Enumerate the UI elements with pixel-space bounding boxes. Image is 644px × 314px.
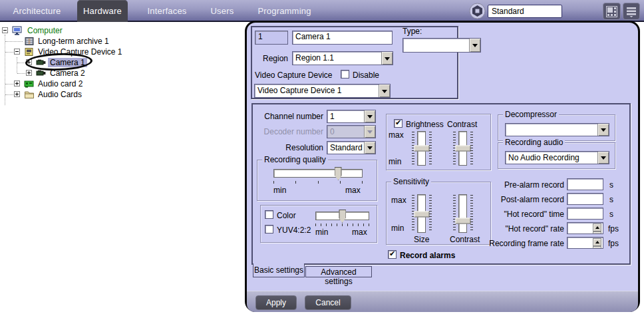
contrast-slider[interactable] bbox=[458, 131, 467, 166]
chevron-down-icon[interactable] bbox=[379, 84, 390, 97]
vcd-select[interactable]: Video Capture Device 1 bbox=[254, 84, 391, 98]
min-label: min bbox=[389, 157, 401, 166]
recording-quality-slider[interactable] bbox=[273, 169, 363, 178]
resolution-select[interactable]: Standard bbox=[327, 141, 376, 154]
recording-frame-rate-spinner[interactable] bbox=[567, 237, 603, 249]
sensitivity-size-slider[interactable] bbox=[417, 194, 426, 233]
sensitivity-title: Sensitivity bbox=[391, 177, 431, 186]
min-label: min bbox=[391, 224, 404, 233]
slider-thumb[interactable] bbox=[335, 167, 342, 180]
slider-thumb[interactable] bbox=[414, 212, 429, 218]
slider-thumb[interactable] bbox=[339, 210, 346, 223]
spinner-buttons[interactable] bbox=[593, 238, 601, 247]
cancel-button[interactable]: Cancel bbox=[305, 295, 351, 310]
menu-tab-users[interactable]: Users bbox=[203, 0, 242, 22]
channel-number-select[interactable]: 1 bbox=[327, 110, 376, 123]
vcd-value: Video Capture Device 1 bbox=[255, 84, 379, 97]
sensitivity-contrast-slider[interactable] bbox=[458, 194, 467, 233]
collapse-toggle-icon[interactable] bbox=[2, 27, 8, 33]
resolution-label: Resolution bbox=[261, 143, 323, 152]
decompressor-value bbox=[506, 124, 597, 136]
recording-audio-select[interactable]: No Audio Recording bbox=[505, 151, 609, 164]
brightness-slider[interactable] bbox=[417, 131, 426, 166]
profile-input[interactable] bbox=[488, 5, 562, 18]
tree-item-camera-1[interactable]: Camera 1 bbox=[0, 57, 240, 68]
slider-ticks bbox=[470, 132, 473, 165]
recording-audio-group: Recording audio No Audio Recording bbox=[498, 142, 615, 169]
collapse-toggle-icon[interactable] bbox=[14, 49, 20, 55]
max-label: max bbox=[352, 228, 367, 237]
menu-tab-architecture[interactable]: Architecture bbox=[5, 0, 69, 22]
color-checkbox[interactable] bbox=[265, 210, 273, 219]
application-window: Architecture Hardware Interfaces Users P… bbox=[0, 0, 644, 314]
settings-box: Channel number 1 Decoder number 0 Resolu… bbox=[251, 103, 631, 265]
type-label: Type: bbox=[402, 27, 422, 36]
color-slider[interactable] bbox=[315, 212, 369, 220]
decompressor-group: Decompressor bbox=[498, 114, 615, 141]
tree-item-audio-card[interactable]: Audio card 2 bbox=[0, 78, 240, 89]
chevron-down-icon[interactable] bbox=[597, 152, 609, 164]
type-select[interactable] bbox=[402, 38, 481, 53]
chevron-down-icon[interactable] bbox=[597, 124, 609, 136]
camera-settings-panel: 1 Camera 1 Region Region 1.1 Video Captu… bbox=[245, 21, 640, 312]
spinner-buttons[interactable] bbox=[593, 224, 601, 233]
expand-toggle-icon[interactable] bbox=[26, 59, 32, 65]
slider-thumb[interactable] bbox=[455, 218, 470, 224]
slider-thumb[interactable] bbox=[455, 146, 470, 152]
yuv-checkbox[interactable] bbox=[265, 225, 273, 234]
region-value: Region 1.1 bbox=[293, 52, 381, 65]
post-alarm-record-label: Post-alarm record bbox=[478, 195, 564, 204]
record-alarms-checkbox[interactable] bbox=[388, 250, 397, 259]
post-alarm-unit: s bbox=[609, 195, 613, 204]
pre-alarm-record-field[interactable] bbox=[567, 178, 603, 190]
tab-basic-settings[interactable]: Basic settings bbox=[253, 263, 305, 277]
brightness-contrast-group: Brightness Contrast max min bbox=[386, 114, 491, 170]
menu-tab-hardware[interactable]: Hardware bbox=[77, 0, 128, 22]
spin-up-icon bbox=[593, 238, 601, 246]
spin-down-icon bbox=[593, 246, 601, 249]
menu-tab-programming[interactable]: Programming bbox=[256, 0, 313, 22]
decompressor-select[interactable] bbox=[505, 123, 609, 136]
chevron-down-icon[interactable] bbox=[469, 39, 480, 52]
contrast-label: Contrast bbox=[447, 120, 477, 129]
expand-toggle-icon[interactable] bbox=[14, 80, 20, 86]
tab-advanced-settings[interactable]: Advanced settings bbox=[305, 266, 372, 277]
hot-record-rate-spinner[interactable] bbox=[567, 222, 603, 234]
chevron-down-icon[interactable] bbox=[364, 110, 375, 122]
hot-record-time-label: "Hot record" time bbox=[478, 210, 564, 219]
slider-ticks bbox=[429, 195, 432, 232]
name-field[interactable]: Camera 1 bbox=[292, 31, 393, 45]
yuv-label: YUV4:2:2 bbox=[277, 226, 311, 235]
expand-toggle-icon[interactable] bbox=[14, 91, 20, 97]
tree-item-audio-cards-folder[interactable]: Audio Cards bbox=[0, 89, 240, 100]
pre-alarm-record-label: Pre-alarm record bbox=[478, 180, 564, 190]
recording-frame-rate-unit: fps bbox=[608, 239, 619, 248]
tree-item-camera-2[interactable]: Camera 2 bbox=[0, 68, 240, 78]
color-label: Color bbox=[277, 211, 296, 220]
region-select[interactable]: Region 1.1 bbox=[292, 51, 393, 65]
expand-toggle-icon[interactable] bbox=[26, 70, 32, 76]
hot-record-time-field[interactable] bbox=[567, 208, 603, 220]
post-alarm-record-field[interactable] bbox=[567, 193, 603, 205]
disable-checkbox[interactable] bbox=[341, 70, 349, 78]
dialog-button-bar: Apply Cancel bbox=[247, 291, 638, 312]
screen-layout-grid-icon[interactable] bbox=[603, 3, 621, 20]
tree-item-video-capture-device[interactable]: Video Capture Device 1 bbox=[0, 47, 240, 57]
chevron-down-icon bbox=[364, 126, 375, 138]
recording-frame-rate-label: Recording frame rate bbox=[478, 239, 564, 248]
decompressor-title: Decompressor bbox=[503, 110, 559, 119]
hot-record-rate-label: "Hot record" rate bbox=[478, 224, 564, 234]
chevron-down-icon[interactable] bbox=[381, 52, 393, 65]
id-field[interactable]: 1 bbox=[255, 31, 288, 45]
tree-item-computer[interactable]: Computer bbox=[0, 25, 240, 36]
menu-tab-interfaces[interactable]: Interfaces bbox=[136, 0, 198, 22]
hamburger-menu-icon[interactable] bbox=[623, 3, 640, 20]
apply-button[interactable]: Apply bbox=[255, 295, 297, 310]
max-label: max bbox=[389, 130, 404, 140]
cube-logo-icon bbox=[469, 3, 486, 19]
max-label: max bbox=[391, 196, 406, 205]
slider-thumb[interactable] bbox=[414, 146, 429, 152]
chevron-down-icon[interactable] bbox=[364, 142, 375, 154]
tree-item-archive[interactable]: Long-term archive 1 bbox=[0, 36, 240, 47]
brightness-checkbox[interactable] bbox=[394, 119, 402, 128]
